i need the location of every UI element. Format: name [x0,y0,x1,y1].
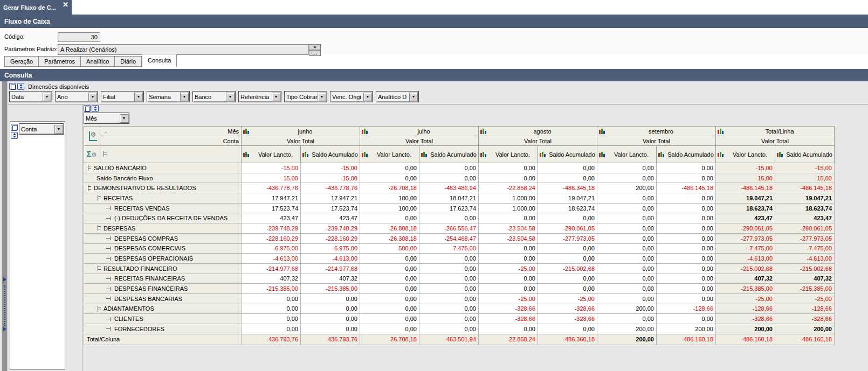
codigo-field[interactable]: 30 [58,32,100,42]
dimension-field-semana[interactable]: Semana▼ [147,91,190,102]
column-header-julho[interactable]: julho [360,127,479,136]
pivot-value-cell: -486.160,18 [716,334,775,345]
chevron-down-icon[interactable]: ▼ [409,93,418,101]
measure-header-saldo-acumulado[interactable]: Saldo Acumulado [657,146,716,163]
chevron-down-icon[interactable]: ▼ [88,93,97,101]
dimensions-select-icon[interactable] [9,83,16,90]
pivot-row-label[interactable]: DESPESAS FINANCEIRAS [84,284,242,294]
tab-diário[interactable]: Diário [115,56,142,67]
sum-settings-icon[interactable]: Σ⚙ [84,146,100,163]
expand-node-icon[interactable] [87,185,92,191]
measure-header-saldo-acumulado[interactable]: Saldo Acumulado [419,146,479,163]
dimension-field-filial[interactable]: Filial▼ [101,91,144,102]
measure-header-valor-lancto-[interactable]: Valor Lancto. [597,146,657,163]
pivot-row-label[interactable]: RECEITAS VENDAS [84,203,242,213]
chevron-down-icon[interactable]: ▼ [54,125,63,134]
chevron-down-icon[interactable]: ▼ [120,114,128,123]
tab-parâmetros[interactable]: Parâmetros [39,56,81,67]
pivot-value-cell: 0,00 [301,293,360,304]
chevron-down-icon[interactable]: ▼ [43,93,51,101]
pivot-row-label[interactable]: DESPESAS OPERACIONAIS [84,254,242,264]
pivot-row-label[interactable]: RECEITAS FINANCEIRAS [84,274,242,284]
pivot-value-cell: 0,00 [360,293,419,304]
expand-node-icon[interactable] [97,225,101,231]
dimension-field-venc-origi[interactable]: Venc. Origi▼ [330,91,373,102]
column-area-select-icon[interactable] [84,105,91,112]
pivot-row-label[interactable]: CLIENTES [84,314,242,324]
row-area-select-icon[interactable] [11,124,18,131]
tab-geração[interactable]: Geração [4,56,39,67]
chevron-down-icon[interactable]: ▼ [226,93,235,101]
row-area-sort-icon[interactable] [11,132,18,139]
measure-header-valor-lancto-[interactable]: Valor Lancto. [242,146,301,163]
dimension-field-banco[interactable]: Banco▼ [192,91,236,102]
lookup-button[interactable]: ... [309,50,321,56]
dimension-field-data[interactable]: Data▼ [9,91,52,102]
dimension-field-tipo-cobran[interactable]: Tipo Cobran▼ [284,91,327,102]
chart-axes-icon[interactable]: ⚙ [84,127,100,146]
pivot-value-cell: 0,00 [242,324,301,334]
chevron-down-icon[interactable]: ▼ [272,93,280,101]
pivot-value-cell: -23.504,58 [479,233,538,243]
tab-consulta[interactable]: Consulta [142,54,177,67]
clear-button[interactable]: × [309,44,321,50]
pivot-row-label[interactable]: DESPESAS BANCARIAS [84,293,242,304]
pivot-row-label[interactable]: DESPESAS COMERCIAIS [84,243,242,254]
pivot-row-label[interactable]: FORNECEDORES [84,324,242,334]
pivot-value-cell: 0,00 [657,293,716,304]
measure-header-saldo-acumulado[interactable]: Saldo Acumulado [538,146,597,163]
codigo-label: Código: [4,33,25,40]
pivot-value-cell: 0,00 [657,274,716,284]
conta-field-button[interactable]: Conta ▼ [19,123,64,135]
pivot-value-cell: -15,00 [242,173,301,183]
pivot-grid: ⚙ → Mês junhojulhoagostosetembroTotal/Li… [84,126,835,345]
dimension-field-anal-tico-d[interactable]: Analítico D▼ [376,91,419,102]
measure-header-valor-lancto-[interactable]: Valor Lancto. [716,146,775,163]
column-area-sort-icon[interactable] [92,105,99,112]
column-header-setembro[interactable]: setembro [597,127,716,136]
pivot-row-label[interactable]: SALDO BANCÁRIO [84,163,242,173]
measure-header-valor-lancto-[interactable]: Valor Lancto. [479,146,538,163]
tab-gerar-fluxo[interactable]: Gerar Fluxo de C... ✕ [0,0,72,15]
pivot-row-label[interactable]: (-) DEDUÇÕES DA RECEITA DE VENDAS [84,213,242,223]
pivot-row-label[interactable]: DESPESAS [84,223,242,234]
pivot-value-cell: -290.061,05 [716,223,775,234]
dimensions-sort-icon[interactable] [17,83,24,90]
close-icon[interactable]: ✕ [63,1,68,8]
column-header-total-linha[interactable]: Total/Linha [716,127,835,136]
pivot-value-cell: -328,66 [538,314,597,324]
panel-splitter[interactable] [2,81,8,371]
expand-node-icon[interactable] [87,165,92,171]
expand-node-icon[interactable] [97,195,101,201]
tab-analítico[interactable]: Analítico [81,56,115,67]
measure-header-valor-lancto-[interactable]: Valor Lancto. [360,146,419,163]
pivot-value-cell: 200,00 [597,334,657,345]
pivot-value-cell: 0,00 [479,254,538,264]
measure-header-saldo-acumulado[interactable]: Saldo Acumulado [775,146,835,163]
measure-header-saldo-acumulado[interactable]: Saldo Acumulado [301,146,360,163]
pivot-row-label[interactable]: ADIANTAMENTOS [84,304,242,314]
dimension-field-refer-ncia[interactable]: Referência▼ [238,91,281,102]
pivot-value-cell: 0,00 [538,163,597,173]
parametros-field[interactable]: A Realizar (Cenários) [58,44,309,55]
expand-node-icon[interactable] [97,306,101,312]
column-header-agosto[interactable]: agosto [479,127,597,136]
column-header-junho[interactable]: junho [242,127,360,136]
expand-node-icon[interactable] [97,265,101,271]
pivot-value-cell: 0,00 [657,213,716,223]
pivot-value-cell: -15,00 [301,173,360,183]
chevron-down-icon[interactable]: ▼ [318,93,326,101]
mes-field-button[interactable]: Mês ▼ [84,113,129,124]
chevron-down-icon[interactable]: ▼ [180,93,189,101]
page-tabs: GeraçãoParâmetrosAnalíticoDiárioConsulta [4,54,177,67]
expand-all-icon[interactable] [100,146,242,163]
chevron-down-icon[interactable]: ▼ [134,93,143,101]
dimension-field-ano[interactable]: Ano▼ [55,91,98,102]
pivot-row-label[interactable]: RECEITAS [84,193,242,204]
chevron-down-icon[interactable]: ▼ [363,93,372,101]
pivot-value-cell: -22.858,24 [479,334,538,345]
pivot-row-label[interactable]: DESPESAS COMPRAS [84,233,242,243]
pivot-row-label[interactable]: DEMONSTRATIVO DE RESULTADOS [84,183,242,193]
pivot-row-label[interactable]: RESULTADO FINANCEIRO [84,263,242,274]
pivot-value-cell: -436.778,76 [242,183,301,193]
